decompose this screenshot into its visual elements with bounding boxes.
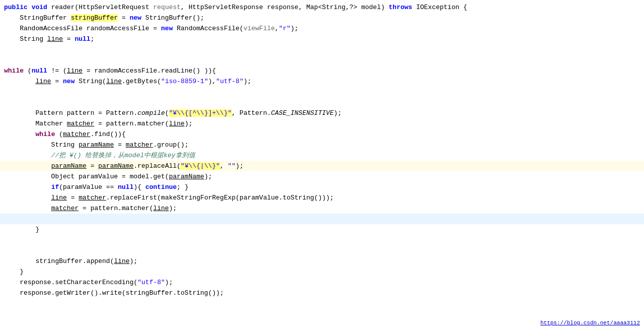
watermark-link: https://blog.csdn.net/aaaa3112 [540, 319, 640, 328]
code-line: StringBuffer stringBuffer = new StringBu… [0, 13, 644, 23]
code-line: RandomAccessFile randomAccessFile = new … [0, 23, 644, 34]
code-line: response.setCharacterEncoding("utf-8"); [0, 277, 644, 288]
code-line: public void reader(HttpServletRequest re… [0, 2, 644, 13]
code-line: Pattern pattern = Pattern.compile("¥\\{[… [0, 108, 644, 118]
code-line [0, 97, 644, 108]
code-line [0, 214, 644, 224]
code-line [0, 55, 644, 65]
code-line: line = matcher.replaceFirst(makeStringFo… [0, 192, 644, 203]
code-line: while (matcher.find()){ [0, 129, 644, 140]
code-line: line = new String(line.getBytes("iso-885… [0, 76, 644, 87]
code-line: Matcher matcher = pattern.matcher(line); [0, 118, 644, 129]
code-line: matcher = pattern.matcher(line); [0, 203, 644, 214]
code-line: Object paramValue = model.get(paramName)… [0, 171, 644, 182]
code-line [0, 87, 644, 97]
watermark-text: https://blog.csdn.net/aaaa3112 [540, 320, 640, 326]
code-line: response.getWriter().write(stringBuffer.… [0, 288, 644, 298]
code-line: //把 ¥() 给替换掉，从model中根据key拿到值 [0, 150, 644, 161]
code-line: if(paramValue == null){ continue; } [0, 182, 644, 192]
code-line: } [0, 224, 644, 235]
code-line: while (null != (line = randomAccessFile.… [0, 65, 644, 76]
code-area: public void reader(HttpServletRequest re… [0, 0, 644, 300]
code-line: stringBuffer.append(line); [0, 256, 644, 267]
code-line: paramName = paramName.replaceAll("¥\\{|\… [0, 161, 644, 171]
code-line: } [0, 267, 644, 277]
code-line [0, 235, 644, 245]
code-line: String paramName = matcher.group(); [0, 140, 644, 150]
code-line [0, 44, 644, 55]
code-line: String line = null; [0, 34, 644, 44]
code-editor: public void reader(HttpServletRequest re… [0, 0, 644, 332]
code-line [0, 245, 644, 256]
